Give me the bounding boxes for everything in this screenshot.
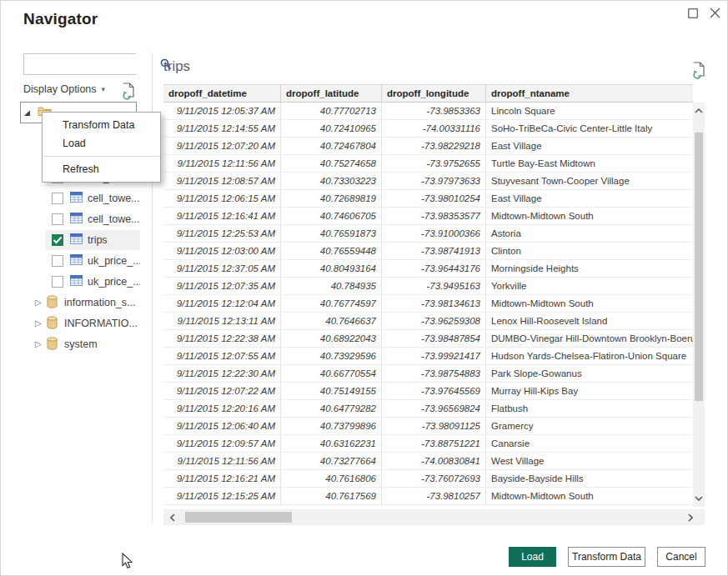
menu-item-load[interactable]: Load [43,134,160,153]
mouse-cursor-icon [122,553,133,573]
table-cell: 9/11/2015 12:09:57 AM [163,435,281,452]
scroll-down-icon[interactable] [693,492,705,505]
collapsed-arrow-icon[interactable]: ▷ [35,319,45,328]
table-cell: Lincoln Square [486,103,693,119]
table-row: 9/11/2015 12:03:00 AM40.76559448-73.9874… [163,243,693,260]
tree-item-cell_towe...[interactable]: cell_towe... [46,209,140,229]
table-icon [70,254,83,268]
table-cell: 40.72410965 [281,120,382,137]
table-cell: -73.98353577 [382,208,486,224]
table-row: 9/11/2015 12:14:55 AM40.72410965-74.0033… [163,120,693,138]
refresh-schema-icon[interactable] [122,83,136,100]
table-row: 9/11/2015 12:08:57 AM40.73303223-73.9797… [163,173,693,190]
refresh-preview-icon[interactable] [692,62,706,79]
transform-data-button[interactable]: Transform Data [568,547,645,567]
checkbox-checked[interactable] [52,234,63,246]
table-row: 9/11/2015 12:13:11 AM40.7646637-73.96259… [163,313,693,330]
tree-item-uk_price_...[interactable]: uk_price_... [46,272,140,292]
tree-item-label: information_s... [64,297,135,308]
database-icon [47,295,58,311]
table-row: 9/11/2015 12:16:21 AM40.7616806-73.76072… [163,470,693,488]
table-cell: 40.73929596 [281,348,382,364]
table-cell: 40.63162231 [281,435,382,452]
table-cell: 9/11/2015 12:13:11 AM [163,313,281,329]
tree-item-information-s-[interactable]: ▷information_s... [32,293,142,313]
scroll-right-icon[interactable] [683,509,698,525]
menu-item-transform-data[interactable]: Transform Data [43,116,160,134]
table-cell: Turtle Bay-East Midtown [486,155,693,172]
scroll-left-icon[interactable] [165,509,180,525]
table-cell: 9/11/2015 12:03:00 AM [163,243,281,259]
table-cell: 9/11/2015 12:06:40 AM [163,418,281,434]
menu-item-refresh[interactable]: Refresh [43,160,160,178]
column-header-dropoff_latitude[interactable]: dropoff_latitude [281,85,382,102]
table-cell: -73.88751221 [382,435,486,452]
cancel-button[interactable]: Cancel [657,547,705,567]
table-body: 9/11/2015 12:05:37 AM40.77702713-73.9853… [163,103,693,505]
database-icon [47,316,58,332]
scroll-up-icon[interactable] [693,104,705,118]
tree-item-uk_price_...[interactable]: uk_price_... [46,251,140,271]
checkbox-unchecked[interactable] [52,213,63,225]
horizontal-scroll-thumb[interactable] [185,512,292,523]
table-cell: Yorkville [486,278,693,294]
tree-item-label: system [64,338,98,350]
table-row: 9/11/2015 12:07:22 AM40.75149155-73.9764… [163,383,693,400]
search-box[interactable] [23,53,136,75]
table-cell: -73.98010254 [382,190,486,207]
table-cell: Stuyvesant Town-Cooper Village [486,173,693,189]
collapsed-arrow-icon[interactable]: ▷ [35,340,45,348]
table-cell: 40.7616806 [281,470,382,487]
table-cell: 9/11/2015 12:16:21 AM [163,470,281,487]
table-cell: -73.97645569 [382,383,486,399]
table-cell: -73.76072693 [382,470,486,487]
table-cell: -73.96569824 [382,400,486,417]
table-cell: -73.9853363 [382,103,486,119]
chevron-down-icon: ▾ [102,85,106,93]
expanded-arrow-icon[interactable]: ◢ [24,109,30,117]
column-header-dropoff_ntaname[interactable]: dropoff_ntaname [486,85,693,102]
horizontal-scrollbar[interactable] [163,509,705,525]
table-cell: -73.98229218 [382,138,486,154]
maximize-button[interactable] [685,7,700,22]
table-cell: DUMBO-Vinegar Hill-Downtown Brooklyn-Boe… [486,330,693,347]
checkbox-unchecked[interactable] [52,276,63,288]
close-button[interactable] [707,7,722,22]
tree-item-cell_towe...[interactable]: cell_towe... [46,188,140,208]
load-button[interactable]: Load [509,547,556,567]
table-cell: 9/11/2015 12:05:37 AM [163,103,281,119]
table-cell: -74.00331116 [382,120,486,137]
collapsed-arrow-icon[interactable]: ▷ [35,298,45,307]
table-cell: 9/11/2015 12:07:35 AM [163,278,281,294]
table-cell: Midtown-Midtown South [486,208,693,224]
table-row: 9/11/2015 12:22:38 AM40.68922043-73.9848… [163,330,693,348]
menu-separator [43,156,159,157]
table-cell: West Village [486,453,693,469]
table-cell: Bayside-Bayside Hills [486,470,693,487]
table-cell: Midtown-Midtown South [486,295,693,312]
vertical-scroll-thumb[interactable] [695,133,703,401]
table-cell: 9/11/2015 12:20:16 AM [163,400,281,417]
table-cell: 40.73799896 [281,418,382,434]
table-cell: 9/11/2015 12:07:20 AM [163,138,281,154]
tree-item-informatio-[interactable]: ▷INFORMATIO... [32,313,142,333]
table-cell: -73.91000366 [382,225,486,242]
display-options-dropdown[interactable]: Display Options ▾ [23,83,105,95]
table-cell: SoHo-TriBeCa-Civic Center-Little Italy [486,120,693,137]
vertical-scrollbar[interactable] [693,103,705,507]
tree-item-system[interactable]: ▷system [32,334,142,354]
column-header-dropoff_longitude[interactable]: dropoff_longitude [382,85,486,102]
tree-item-label: cell_towe... [88,213,140,225]
tree-item-trips[interactable]: trips [46,230,140,250]
table-cell: -73.9752655 [382,155,486,172]
preview-title: trips [163,58,190,75]
context-menu: Transform DataLoadRefresh [42,112,161,183]
table-cell: 40.77702713 [281,103,382,119]
table-row: 9/11/2015 12:37:05 AM40.80493164-73.9644… [163,260,693,278]
search-input[interactable] [24,54,160,74]
table-icon [70,192,83,205]
column-header-dropoff_datetime[interactable]: dropoff_datetime [163,85,281,102]
checkbox-unchecked[interactable] [52,255,63,267]
checkbox-unchecked[interactable] [52,193,63,204]
tree-item-label: INFORMATIO... [64,318,138,329]
